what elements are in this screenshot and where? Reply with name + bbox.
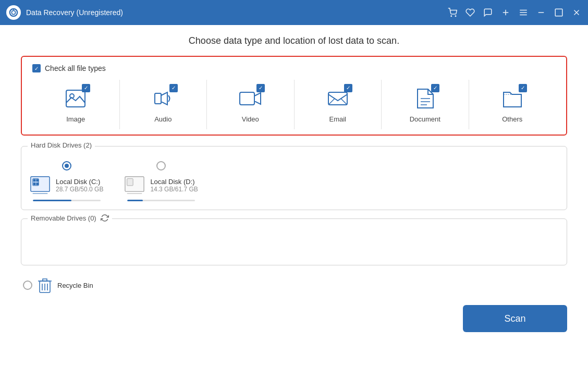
file-type-email[interactable]: Email: [295, 80, 382, 129]
email-label: Email: [329, 115, 346, 123]
drive-c-progress: [33, 200, 101, 201]
check-all-label[interactable]: Check all file types: [32, 64, 106, 72]
minimize-button[interactable]: [536, 7, 546, 18]
drives-row: Local Disk (C:) 28.7 GB/50.0 GB: [30, 157, 558, 201]
drive-c-radio-row: [62, 161, 71, 170]
svg-rect-28: [33, 182, 36, 185]
drive-d-radio-row: [156, 161, 166, 170]
hard-disk-drives-title: Hard Disk Drives (2): [28, 141, 95, 149]
file-types-grid: Image Audio: [32, 80, 556, 129]
email-checkbox[interactable]: [344, 84, 352, 92]
drive-c-name: Local Disk (C:): [56, 178, 103, 186]
plus-icon[interactable]: [500, 7, 511, 18]
scan-button[interactable]: Scan: [463, 305, 567, 332]
window-controls: [447, 7, 582, 18]
svg-rect-18: [328, 92, 347, 105]
file-type-others[interactable]: Others: [469, 80, 556, 129]
file-type-image[interactable]: Image: [32, 80, 120, 129]
removable-drives-section: Removable Drives (0): [21, 218, 567, 265]
drive-d-progress: [127, 200, 195, 201]
drive-c-progress-fill: [33, 200, 71, 201]
file-type-document[interactable]: Document: [382, 80, 469, 129]
drive-c-info: Local Disk (C:) 28.7 GB/50.0 GB: [56, 178, 103, 193]
cart-icon[interactable]: [447, 7, 458, 18]
recycle-bin-section[interactable]: Recycle Bin: [21, 274, 567, 297]
video-label: Video: [242, 115, 259, 123]
video-checkbox[interactable]: [256, 84, 265, 92]
drive-c-inner: Local Disk (C:) 28.7 GB/50.0 GB: [30, 174, 103, 197]
svg-rect-11: [555, 9, 562, 16]
others-checkbox[interactable]: [519, 84, 527, 92]
app-logo: [6, 5, 21, 20]
drive-d[interactable]: Local Disk (D:) 14.3 GB/61.7 GB: [124, 161, 198, 201]
others-icon-wrap: [499, 85, 526, 112]
drive-c-size: 28.7 GB/50.0 GB: [56, 186, 103, 193]
drive-c[interactable]: Local Disk (C:) 28.7 GB/50.0 GB: [30, 161, 103, 201]
svg-point-1: [11, 10, 15, 14]
drive-d-inner: Local Disk (D:) 14.3 GB/61.7 GB: [124, 174, 198, 197]
recycle-bin-icon: [38, 277, 52, 294]
maximize-button[interactable]: [554, 7, 564, 18]
file-type-audio[interactable]: Audio: [120, 80, 207, 129]
svg-rect-33: [127, 179, 133, 186]
drive-c-icon: [30, 174, 51, 197]
menu-icon[interactable]: [518, 7, 529, 18]
scan-button-row: Scan: [21, 305, 567, 332]
drive-d-radio[interactable]: [156, 161, 166, 170]
removable-drives-title: Removable Drives (0): [28, 214, 112, 222]
svg-rect-17: [240, 92, 254, 105]
svg-rect-16: [155, 93, 161, 104]
image-label: Image: [66, 115, 85, 123]
drive-d-icon: [124, 174, 145, 197]
drive-d-progress-fill: [127, 200, 143, 201]
page-title: Choose data type and location of lost da…: [21, 35, 567, 46]
audio-checkbox[interactable]: [169, 84, 178, 92]
recycle-bin-label: Recycle Bin: [57, 282, 93, 289]
drive-d-info: Local Disk (D:) 14.3 GB/61.7 GB: [150, 178, 198, 193]
image-icon-wrap: [62, 85, 89, 112]
document-icon-wrap: [411, 85, 438, 112]
email-icon-wrap: [324, 85, 351, 112]
audio-icon-wrap: [150, 85, 177, 112]
recycle-bin-radio[interactable]: [23, 281, 32, 290]
svg-point-3: [451, 16, 452, 17]
svg-rect-26: [33, 179, 36, 182]
file-types-box: Check all file types Image: [21, 56, 567, 136]
svg-rect-27: [36, 179, 39, 182]
feedback-icon[interactable]: [483, 7, 493, 18]
close-button[interactable]: [571, 7, 582, 18]
others-label: Others: [502, 115, 522, 123]
drive-c-radio[interactable]: [62, 161, 71, 170]
check-all-row[interactable]: Check all file types: [32, 64, 556, 72]
svg-point-4: [455, 16, 456, 17]
check-all-checkbox[interactable]: [32, 64, 41, 72]
window-title: Data Recovery (Unregistered): [26, 8, 447, 17]
hard-disk-drives-section: Hard Disk Drives (2): [21, 146, 567, 210]
refresh-icon[interactable]: [101, 214, 109, 222]
drive-d-name: Local Disk (D:): [150, 178, 198, 186]
audio-label: Audio: [154, 115, 172, 123]
main-content: Choose data type and location of lost da…: [0, 25, 588, 390]
svg-rect-29: [36, 182, 39, 185]
video-icon-wrap: [237, 85, 264, 112]
document-checkbox[interactable]: [431, 84, 439, 92]
title-bar: Data Recovery (Unregistered): [0, 0, 588, 25]
image-checkbox[interactable]: [82, 84, 90, 92]
document-label: Document: [410, 115, 440, 123]
drive-d-size: 14.3 GB/61.7 GB: [150, 186, 198, 193]
register-icon[interactable]: [465, 7, 475, 18]
file-type-video[interactable]: Video: [207, 80, 295, 129]
